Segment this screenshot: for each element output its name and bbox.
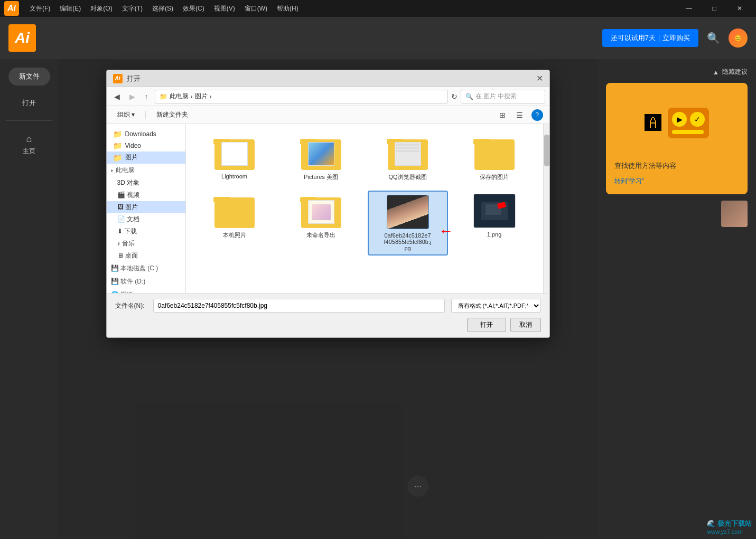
dialog-close-button[interactable]: ✕ xyxy=(536,73,543,83)
nav-back-button[interactable]: ◀ xyxy=(111,90,123,103)
view-icons-button[interactable]: ⊞ xyxy=(497,109,508,121)
tree-desktop[interactable]: 🖥 桌面 xyxy=(107,250,185,262)
file-saved[interactable]: 保存的图片 xyxy=(454,133,535,184)
menu-object[interactable]: 对象(O) xyxy=(86,2,116,15)
nav-forward-button[interactable]: ▶ xyxy=(126,90,138,103)
saved-thumb xyxy=(473,136,516,170)
tree-software-disk[interactable]: 💾 软件 (D:) xyxy=(107,275,185,288)
ai-logo: Ai xyxy=(8,24,36,52)
suggestion-graphic: ▶ ✓ xyxy=(668,108,709,138)
minimize-button[interactable]: — xyxy=(677,0,701,17)
menu-help[interactable]: 帮助(H) xyxy=(273,2,303,15)
pictures-thumb xyxy=(300,136,342,170)
menu-view[interactable]: 视图(V) xyxy=(210,2,239,15)
close-button[interactable]: ✕ xyxy=(727,0,752,17)
cancel-button[interactable]: 取消 xyxy=(510,318,541,332)
local-photos-name: 本机照片 xyxy=(223,231,246,239)
tree-3d[interactable]: 3D 对象 xyxy=(107,177,185,189)
menu-text[interactable]: 文字(T) xyxy=(118,2,147,15)
dialog-tree: 📁 Downloads 📁 Video 📁 图片 ▸ xyxy=(107,124,186,293)
new-folder-button[interactable]: 新建文件夹 xyxy=(152,108,192,121)
breadcrumb-sep2: › xyxy=(210,93,212,100)
menu-select[interactable]: 选择(S) xyxy=(148,2,178,15)
file-local-photos[interactable]: 本机照片 xyxy=(194,191,275,256)
dialog-nav: ◀ ▶ ↑ 📁 此电脑 › 图片 › ↻ 🔍 在 图片 中搜索 xyxy=(107,87,549,106)
content-area: A4 210 × 297 mm 明信片 288 × 560 pt 通用 1366… xyxy=(58,59,598,539)
open-button[interactable]: 打开 xyxy=(467,318,506,332)
menu-edit[interactable]: 编辑(E) xyxy=(55,2,85,15)
hide-suggestions-label: 隐藏建议 xyxy=(722,68,748,77)
filename-input[interactable] xyxy=(153,299,445,313)
suggestion-letter-a: 🅰 xyxy=(645,114,661,133)
dialog-title-left: Ai 打开 xyxy=(113,74,141,83)
tree-video[interactable]: 📁 Video xyxy=(107,140,185,152)
tree-downloads[interactable]: 📁 Downloads xyxy=(107,128,185,140)
folder-icon-video: 📁 xyxy=(113,141,122,150)
tree-music-label: ♪ 音乐 xyxy=(117,239,135,248)
file-unnamed[interactable]: 未命名导出 xyxy=(281,191,361,256)
tree-music[interactable]: ♪ 音乐 xyxy=(107,238,185,250)
dialog-ai-logo: Ai xyxy=(113,74,123,83)
chevron-up-icon: ▲ xyxy=(713,69,719,76)
tree-local-disk[interactable]: 💾 本地磁盘 (C:) xyxy=(107,262,185,275)
file-selected-image[interactable]: 0af6eb24c5182e7f405855fc5fcf80b.jpg xyxy=(368,191,448,256)
sidebar: 新文件 打开 ⌂ 主页 xyxy=(0,59,58,539)
file-1png[interactable]: 1.png xyxy=(454,191,535,256)
search-placeholder: 在 图片 中搜索 xyxy=(475,92,517,101)
file-dialog: Ai 打开 ✕ ◀ ▶ ↑ 📁 此电脑 › 图片 › xyxy=(106,70,550,338)
sidebar-home[interactable]: ⌂ 主页 xyxy=(18,129,40,160)
organize-button[interactable]: 组织 ▾ xyxy=(113,108,139,121)
dialog-titlebar: Ai 打开 ✕ xyxy=(107,70,549,87)
tree-downloads2[interactable]: ⬇ 下载 xyxy=(107,225,185,238)
avatar[interactable]: 😊 xyxy=(729,29,748,48)
toolbar-separator xyxy=(145,111,146,119)
search-icon[interactable]: 🔍 xyxy=(707,32,720,44)
menu-window[interactable]: 窗口(W) xyxy=(240,2,272,15)
tree-desktop-label: 🖥 桌面 xyxy=(117,251,138,260)
trial-button[interactable]: 还可以试用7天｜立即购买 xyxy=(602,29,698,47)
view-help-button[interactable]: ? xyxy=(531,109,543,121)
filename-label: 文件名(N): xyxy=(115,301,147,310)
local-photos-thumb xyxy=(213,194,256,228)
breadcrumb[interactable]: 📁 此电脑 › 图片 › xyxy=(155,90,448,103)
new-file-button[interactable]: 新文件 xyxy=(8,68,50,86)
title-bar-left: Ai 文件(F) 编辑(E) 对象(O) 文字(T) 选择(S) 效果(C) 视… xyxy=(4,1,303,16)
open-label[interactable]: 打开 xyxy=(18,94,40,112)
file-lightroom[interactable]: Lightroom xyxy=(194,133,275,184)
title-bar: Ai 文件(F) 编辑(E) 对象(O) 文字(T) 选择(S) 效果(C) 视… xyxy=(0,0,756,17)
lightroom-thumb xyxy=(213,136,256,170)
learn-link[interactable]: 转到"学习" xyxy=(614,177,739,186)
dialog-scrollbar[interactable] xyxy=(543,124,549,293)
window-controls: — □ ✕ xyxy=(677,0,752,17)
maximize-button[interactable]: □ xyxy=(702,0,726,17)
pictures-name: Pictures 美图 xyxy=(304,173,338,181)
menu-effect[interactable]: 效果(C) xyxy=(179,2,209,15)
breadcrumb-sep1: › xyxy=(191,93,193,100)
tree-images[interactable]: 🖼 图片 xyxy=(107,201,185,213)
app-toolbar: Ai 还可以试用7天｜立即购买 🔍 😊 xyxy=(0,17,756,59)
file-qq[interactable]: QQ浏览器截图 xyxy=(368,133,448,184)
tree-docs[interactable]: 📄 文档 xyxy=(107,213,185,225)
scrollbar-thumb[interactable] xyxy=(544,135,549,166)
tree-computer[interactable]: ▸ 此电脑 xyxy=(107,164,185,177)
tree-pictures[interactable]: 📁 图片 xyxy=(107,152,185,164)
tree-label-downloads: Downloads xyxy=(125,130,156,138)
menu-file[interactable]: 文件(F) xyxy=(25,2,54,15)
breadcrumb-part2: 图片 xyxy=(195,92,208,101)
selected-image-name: 0af6eb24c5182e7f405855fc5fcf80b.jpg xyxy=(384,232,432,251)
hide-suggestions[interactable]: ▲ 隐藏建议 xyxy=(606,68,748,77)
search-box[interactable]: 🔍 在 图片 中搜索 xyxy=(461,90,545,103)
filetype-select[interactable]: 所有格式 (*.AI;*.AIT;*.PDF;*.DX xyxy=(451,299,541,313)
dialog-toolbar: 组织 ▾ 新建文件夹 ⊞ ☰ ? xyxy=(107,106,549,124)
suggestion-banner: 🅰 ▶ ✓ 查找使用方法等内容 转到"学习" xyxy=(606,83,748,194)
nav-up-button[interactable]: ↑ xyxy=(142,90,152,103)
selected-image-thumb xyxy=(387,195,429,229)
tree-network[interactable]: 🌐 网络 xyxy=(107,288,185,293)
tree-videos[interactable]: 🎬 视频 xyxy=(107,189,185,201)
view-list-button[interactable]: ☰ xyxy=(514,109,525,121)
tree-label-video: Video xyxy=(125,142,141,149)
profile-area xyxy=(606,201,748,227)
refresh-button[interactable]: ↻ xyxy=(451,92,458,101)
search-icon: 🔍 xyxy=(465,93,473,100)
file-pictures[interactable]: Pictures 美图 xyxy=(281,133,361,184)
